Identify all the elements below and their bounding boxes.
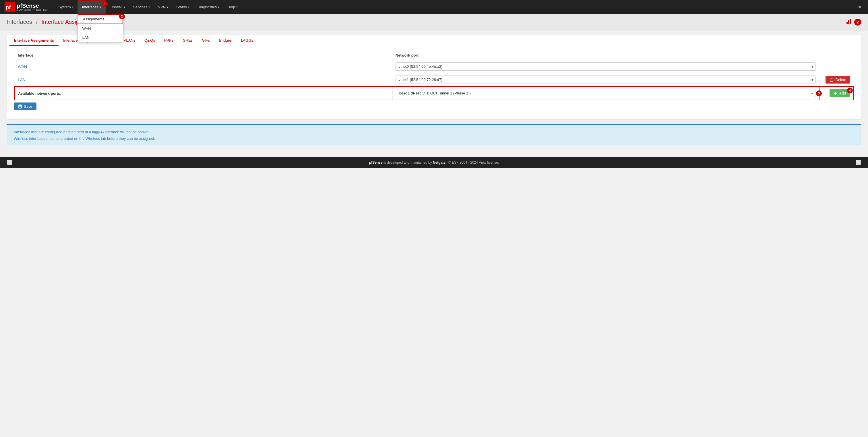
caret-system: ▾	[72, 5, 73, 9]
table-body: WAN vtnet0 (52:54:00:4e:4e:a2) LAN	[14, 60, 854, 100]
svg-rect-4	[850, 19, 851, 24]
breadcrumb-parent: Interfaces	[7, 19, 32, 25]
iface-cell-lan: LAN	[14, 73, 392, 87]
breadcrumb-separator: /	[36, 19, 38, 25]
nav-item-interfaces: Interfaces ▾ 1 Assignments 2 WAN LAN	[78, 0, 105, 14]
main-content: Interface Assignments Interface Groups W…	[7, 35, 861, 120]
tab-ppps[interactable]: PPPs	[160, 35, 178, 46]
wan-dropdown-label: WAN	[82, 26, 91, 31]
available-ports-label: Available network ports:	[18, 91, 61, 96]
save-wrap: Save	[14, 100, 854, 115]
save-label: Save	[24, 104, 32, 108]
dropdown-item-lan[interactable]: LAN	[78, 33, 123, 42]
assignments-table: Interface Network port WAN vtnet0 (52:54…	[14, 51, 854, 100]
footer-text: pfSense is developed and maintained by N…	[12, 160, 856, 164]
svg-rect-2	[846, 22, 848, 24]
wan-port-select-wrap: vtnet0 (52:54:00:4e:4e:a2)	[396, 62, 816, 71]
lan-port-select[interactable]: vtnet1 (52:54:00:72:28:d7)	[396, 75, 816, 84]
table-head: Interface Network port	[14, 51, 854, 60]
trash-icon	[830, 78, 834, 82]
tab-gifs[interactable]: GIFs	[197, 35, 214, 46]
logout-button[interactable]: ⇥	[855, 3, 863, 11]
nav-item-diagnostics: Diagnostics ▾	[193, 0, 223, 14]
tab-laggs[interactable]: LAGGs	[236, 35, 258, 46]
brand: pf pfSense COMMUNITY EDITION	[5, 2, 49, 12]
svg-rect-5	[830, 79, 833, 82]
svg-text:pf: pf	[6, 4, 11, 10]
lan-link[interactable]: LAN	[18, 77, 26, 82]
footer-app-name: pfSense	[369, 160, 383, 164]
wan-action-cell	[819, 60, 854, 73]
table-header-row: Interface Network port	[14, 51, 854, 60]
brand-edition: COMMUNITY EDITION	[17, 9, 49, 11]
footer-company: Netgate	[433, 160, 445, 164]
help-icon-button[interactable]: ?	[854, 19, 861, 26]
nav-right: ⇥	[855, 3, 863, 11]
badge-add-button: 4	[847, 88, 853, 93]
main-nav: System ▾ Interfaces ▾ 1 Assignments 2 WA…	[54, 0, 855, 14]
table-row: LAN vtnet1 (52:54:00:72:28:d7)	[14, 73, 854, 87]
lan-action-cell: Delete	[819, 73, 854, 87]
nav-label-system: System	[58, 5, 71, 9]
footer-left-icon[interactable]: ⬜	[7, 160, 12, 165]
caret-interfaces: ▾	[100, 5, 101, 9]
tab-qinqs[interactable]: QinQs	[140, 35, 160, 46]
footer-desc: is developed and maintained by	[383, 160, 433, 164]
footer-license-link[interactable]: View license.	[479, 160, 499, 164]
save-button[interactable]: Save	[14, 102, 36, 110]
info-line-2: Wireless interfaces must be created on t…	[14, 136, 854, 141]
dropdown-item-wan[interactable]: WAN	[78, 24, 123, 33]
brand-name: pfSense	[17, 3, 49, 9]
caret-firewall: ▾	[124, 5, 125, 9]
delete-button[interactable]: Delete	[826, 76, 850, 84]
caret-vpn: ▾	[167, 5, 168, 9]
avail-action-cell: Add 4	[819, 87, 854, 100]
dropdown-item-assignments[interactable]: Assignments 2	[78, 14, 123, 24]
nav-link-help[interactable]: Help ▾	[223, 0, 242, 14]
nav-label-interfaces: Interfaces	[82, 5, 98, 9]
chart-icon-button[interactable]	[846, 19, 852, 26]
add-label: Add	[839, 91, 846, 95]
wan-port-select[interactable]: vtnet0 (52:54:00:4e:4e:a2)	[396, 62, 816, 71]
chart-icon	[846, 19, 852, 24]
nav-item-help: Help ▾	[223, 0, 242, 14]
nav-link-diagnostics[interactable]: Diagnostics ▾	[193, 0, 223, 14]
tab-bridges[interactable]: Bridges	[214, 35, 236, 46]
tab-gres[interactable]: GREs	[178, 35, 197, 46]
available-ports-select-wrap: ipsec1 (IPsec VTI: OCI Tunnel 1 (Phase 1…	[396, 89, 815, 97]
interfaces-dropdown: Assignments 2 WAN LAN	[78, 14, 123, 42]
nav-label-firewall: Firewall	[110, 5, 123, 9]
lan-port-select-wrap: vtnet1 (52:54:00:72:28:d7)	[396, 75, 816, 84]
nav-link-status[interactable]: Status ▾	[172, 0, 193, 14]
info-box: Interfaces that are configured as member…	[7, 124, 861, 145]
nav-label-help: Help	[227, 5, 235, 9]
caret-services: ▾	[148, 5, 150, 9]
nav-link-system[interactable]: System ▾	[54, 0, 77, 14]
svg-rect-3	[848, 21, 849, 24]
nav-link-services[interactable]: Services ▾	[129, 0, 154, 14]
pfsense-logo: pf	[5, 2, 15, 12]
info-line-1: Interfaces that are configured as member…	[14, 130, 854, 134]
tab-bar: Interface Assignments Interface Groups W…	[7, 35, 861, 46]
avail-select-cell: ipsec1 (IPsec VTI: OCI Tunnel 1 (Phase 1…	[392, 87, 819, 100]
svg-rect-16	[19, 106, 21, 108]
caret-diagnostics: ▾	[218, 5, 219, 9]
nav-item-system: System ▾	[54, 0, 77, 14]
iface-cell-wan: WAN	[14, 60, 392, 73]
nav-link-interfaces[interactable]: Interfaces ▾ 1	[78, 0, 105, 14]
assignments-label: Assignments	[83, 17, 104, 21]
tab-interface-assignments[interactable]: Interface Assignments	[9, 35, 59, 46]
add-button[interactable]: Add 4	[830, 89, 850, 97]
wan-link[interactable]: WAN	[18, 64, 27, 69]
footer-right-icon[interactable]: ⬜	[856, 160, 861, 165]
header-icons: ?	[846, 19, 861, 26]
nav-link-vpn[interactable]: VPN ▾	[154, 0, 172, 14]
nav-item-status: Status ▾	[172, 0, 193, 14]
nav-label-vpn: VPN	[158, 5, 166, 9]
nav-label-services: Services	[133, 5, 148, 9]
table-section: Interface Network port WAN vtnet0 (52:54…	[7, 46, 861, 120]
nav-link-firewall[interactable]: Firewall ▾	[105, 0, 129, 14]
badge-assignments: 2	[119, 13, 125, 19]
available-ports-select[interactable]: ipsec1 (IPsec VTI: OCI Tunnel 1 (Phase 1…	[396, 89, 815, 97]
nav-label-status: Status	[176, 5, 187, 9]
